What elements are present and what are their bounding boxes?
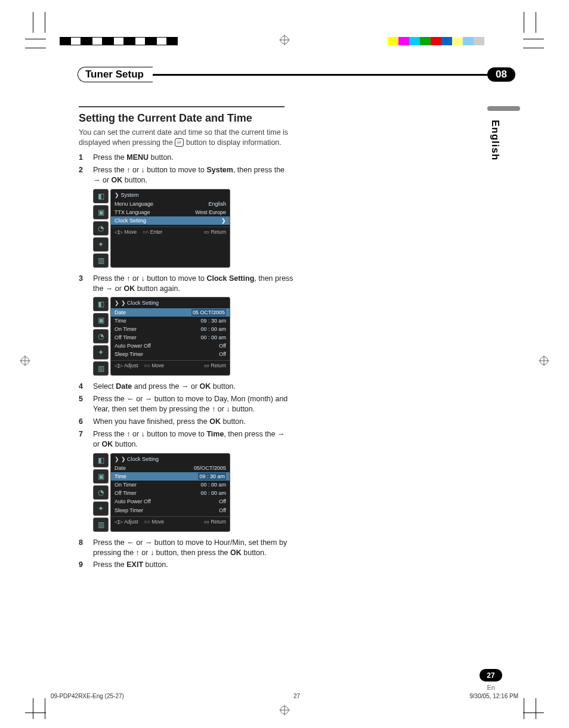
step-5: 5 Press the or button to move to Day, Mo… bbox=[79, 394, 293, 414]
osd-row: Sleep TimerOff bbox=[111, 506, 230, 515]
osd-row: Clock Setting❯ bbox=[111, 216, 230, 225]
osd-icon: ▥ bbox=[93, 253, 109, 268]
crop-marks-top bbox=[0, 12, 569, 48]
osd-clock-menu-time: ◧ ▣ ◔ ✦ ▥ ❯ ❯ Clock Setting Date05/OCT/2… bbox=[93, 453, 230, 532]
arrow-right-icon bbox=[277, 430, 285, 438]
osd-row: On Timer00 : 00 am bbox=[111, 481, 230, 489]
osd-icon: ▣ bbox=[93, 469, 109, 484]
osd-icon: ✦ bbox=[93, 237, 109, 252]
osd-icon: ◔ bbox=[93, 221, 109, 236]
registration-mark bbox=[540, 357, 548, 365]
step-9: 9 Press the EXIT button. bbox=[79, 560, 293, 570]
subsection-heading: Setting the Current Date and Time bbox=[79, 111, 293, 125]
osd-icon: ◧ bbox=[93, 189, 109, 203]
arrow-right-icon bbox=[106, 284, 113, 293]
section-title: Tuner Setup bbox=[78, 67, 153, 82]
steps-list: 1 Press the MENU button. 2 Press the or … bbox=[79, 153, 293, 185]
osd-row: Menu LanguageEnglish bbox=[111, 200, 230, 208]
crop-marks-bottom bbox=[0, 683, 569, 719]
osd-row: On Timer00 : 00 am bbox=[111, 325, 230, 333]
page-number-pill: 27 bbox=[480, 669, 502, 681]
osd-icon: ▣ bbox=[93, 205, 109, 219]
arrow-left-icon bbox=[126, 395, 134, 403]
osd-row: Date05/OCT/2005 bbox=[111, 464, 230, 472]
arrow-right-icon bbox=[145, 538, 153, 547]
registration-mark bbox=[21, 357, 29, 365]
osd-icon: ▣ bbox=[93, 313, 109, 327]
osd-row: Off Timer00 : 00 am bbox=[111, 333, 230, 342]
step-6: 6 When you have finished, press the OK b… bbox=[79, 417, 293, 427]
step-4: 4 Select Date and press the or OK button… bbox=[79, 382, 293, 392]
content-column: Setting the Current Date and Time You ca… bbox=[79, 106, 293, 572]
osd-icon: ▥ bbox=[93, 361, 109, 376]
arrow-left-icon bbox=[126, 538, 134, 547]
osd-icon: ◔ bbox=[93, 329, 109, 343]
steps-list: 3 Press the or button to move to Clock S… bbox=[79, 274, 293, 294]
step-3: 3 Press the or button to move to Clock S… bbox=[79, 274, 293, 294]
osd-row: Time09 : 30 am bbox=[111, 317, 230, 325]
info-icon: i+ bbox=[175, 138, 184, 147]
step-7: 7 Press the or button to move to Time, t… bbox=[79, 429, 293, 450]
osd-icon: ▥ bbox=[93, 518, 109, 532]
steps-list: 4 Select Date and press the or OK button… bbox=[79, 382, 293, 449]
osd-row: TTX LanguageWest Europe bbox=[111, 208, 230, 216]
osd-icon: ◧ bbox=[93, 453, 109, 467]
arrow-right-icon bbox=[181, 382, 189, 391]
intro-text: You can set the current date and time so… bbox=[79, 128, 293, 148]
osd-icon: ✦ bbox=[93, 501, 109, 516]
osd-row: Auto Power OffOff bbox=[111, 497, 230, 506]
step-1: 1 Press the MENU button. bbox=[79, 153, 293, 163]
step-8: 8 Press the or button to move to Hour/Mi… bbox=[79, 538, 293, 558]
language-tab: English bbox=[487, 113, 503, 167]
osd-system-menu: ◧ ▣ ◔ ✦ ▥ ❯ System Menu LanguageEnglishT… bbox=[93, 189, 230, 268]
osd-icon: ◔ bbox=[93, 485, 109, 500]
osd-icon: ◧ bbox=[93, 297, 109, 311]
steps-list: 8 Press the or button to move to Hour/Mi… bbox=[79, 538, 293, 571]
osd-row: Sleep TimerOff bbox=[111, 350, 230, 358]
osd-row: Date05 OCT/2005 bbox=[111, 308, 230, 317]
osd-row: Auto Power OffOff bbox=[111, 342, 230, 350]
osd-icon: ✦ bbox=[93, 345, 109, 360]
arrow-right-icon bbox=[145, 395, 153, 403]
osd-row: Off Timer00 : 00 am bbox=[111, 489, 230, 497]
osd-clock-menu-date: ◧ ▣ ◔ ✦ ▥ ❯ ❯ Clock Setting Date05 OCT/2… bbox=[93, 297, 230, 376]
section-header: Tuner Setup 08 bbox=[78, 66, 515, 83]
chapter-number: 08 bbox=[487, 67, 515, 82]
arrow-right-icon bbox=[93, 176, 101, 184]
osd-row: Time09 : 30 am bbox=[111, 472, 230, 481]
step-2: 2 Press the or button to move to System,… bbox=[79, 165, 293, 185]
